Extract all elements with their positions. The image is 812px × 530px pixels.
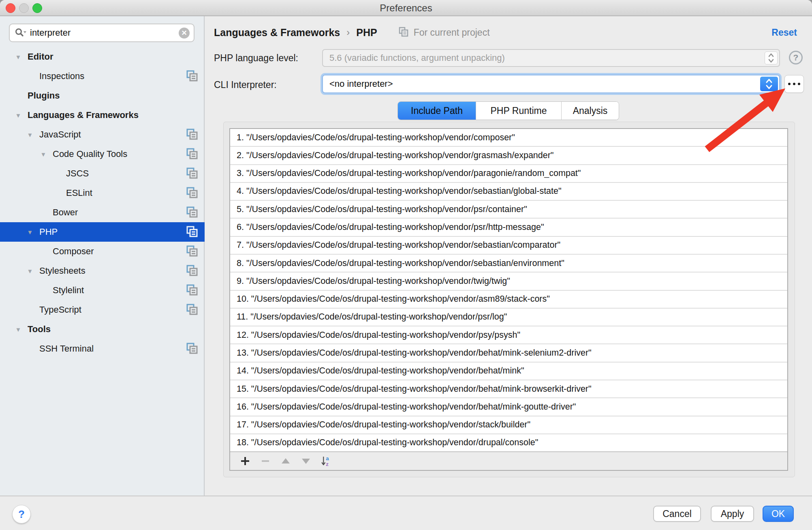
sidebar-item-inspections[interactable]: ▼ Inspections <box>0 67 205 86</box>
chevron-down-icon[interactable]: ▼ <box>14 326 22 333</box>
sidebar-item-code-quality-tools[interactable]: ▼ Code Quality Tools <box>0 144 205 164</box>
settings-search-box[interactable]: ✕ <box>9 24 194 42</box>
search-input[interactable] <box>29 27 179 39</box>
include-path-row[interactable]: 17. "/Users/opdavies/Code/os/drupal-test… <box>230 416 787 434</box>
dialog-footer: ? Cancel Apply OK <box>0 496 812 530</box>
include-path-text: 14. "/Users/opdavies/Code/os/drupal-test… <box>237 366 524 376</box>
shared-settings-icon <box>185 245 199 258</box>
include-path-row[interactable]: 6. "/Users/opdavies/Code/os/drupal-testi… <box>230 219 787 236</box>
include-path-row[interactable]: 13. "/Users/opdavies/Code/os/drupal-test… <box>230 344 787 362</box>
sidebar-item-label: TypeScript <box>39 305 185 315</box>
sidebar-item-label: ESLint <box>66 188 185 198</box>
include-path-text: 11. "/Users/opdavies/Code/os/drupal-test… <box>237 312 507 322</box>
sidebar-item-jscs[interactable]: ▼ JSCS <box>0 164 205 183</box>
shared-settings-icon <box>185 128 199 142</box>
sidebar-item-bower[interactable]: ▼ Bower <box>0 203 205 222</box>
apply-button[interactable]: Apply <box>711 506 754 522</box>
move-down-button[interactable] <box>300 455 312 467</box>
include-path-row[interactable]: 4. "/Users/opdavies/Code/os/drupal-testi… <box>230 183 787 201</box>
scope-indicator: For current project <box>398 26 490 39</box>
include-path-panel: 1. "/Users/opdavies/Code/os/drupal-testi… <box>223 122 795 477</box>
svg-text:z: z <box>326 461 329 467</box>
sidebar-item-label: Stylesheets <box>39 266 185 276</box>
sidebar-item-composer[interactable]: ▼ Composer <box>0 242 205 261</box>
include-path-row[interactable]: 1. "/Users/opdavies/Code/os/drupal-testi… <box>230 129 787 147</box>
remove-path-button[interactable] <box>259 455 271 467</box>
include-path-text: 16. "/Users/opdavies/Code/os/drupal-test… <box>237 402 576 412</box>
shared-settings-icon <box>185 225 199 239</box>
cli-interpreter-value: <no interpreter> <box>329 79 779 89</box>
clear-search-icon[interactable]: ✕ <box>179 28 190 39</box>
help-button[interactable]: ? <box>12 505 31 524</box>
cancel-button[interactable]: Cancel <box>653 506 701 522</box>
include-path-row[interactable]: 14. "/Users/opdavies/Code/os/drupal-test… <box>230 363 787 380</box>
move-up-button[interactable] <box>280 455 292 467</box>
sidebar-item-eslint[interactable]: ▼ ESLint <box>0 183 205 203</box>
stepper-icon[interactable] <box>765 51 778 64</box>
include-path-row[interactable]: 7. "/Users/opdavies/Code/os/drupal-testi… <box>230 237 787 255</box>
include-path-text: 10. "/Users/opdavies/Code/os/drupal-test… <box>237 294 550 304</box>
cli-interpreter-label: CLI Interpreter: <box>214 79 277 90</box>
include-path-row[interactable]: 15. "/Users/opdavies/Code/os/drupal-test… <box>230 380 787 398</box>
sidebar-item-plugins[interactable]: ▼ Plugins <box>0 86 205 105</box>
include-path-row[interactable]: 18. "/Users/opdavies/Code/os/drupal-test… <box>230 434 787 451</box>
add-path-button[interactable] <box>239 455 251 467</box>
include-path-text: 7. "/Users/opdavies/Code/os/drupal-testi… <box>237 240 560 250</box>
chevron-down-icon[interactable]: ▼ <box>26 268 34 275</box>
language-level-dropdown[interactable]: 5.6 (variadic functions, argument unpack… <box>322 49 780 67</box>
include-path-row[interactable]: 5. "/Users/opdavies/Code/os/drupal-testi… <box>230 201 787 219</box>
chevron-down-icon[interactable]: ▼ <box>14 54 22 60</box>
include-path-text: 17. "/Users/opdavies/Code/os/drupal-test… <box>237 420 530 430</box>
sidebar-item-label: Stylelint <box>53 285 185 296</box>
include-path-listbox: 1. "/Users/opdavies/Code/os/drupal-testi… <box>229 128 788 471</box>
include-path-row[interactable]: 2. "/Users/opdavies/Code/os/drupal-testi… <box>230 147 787 165</box>
stepper-icon[interactable] <box>760 77 778 91</box>
include-path-text: 4. "/Users/opdavies/Code/os/drupal-testi… <box>237 186 562 196</box>
include-path-row[interactable]: 11. "/Users/opdavies/Code/os/drupal-test… <box>230 309 787 326</box>
cli-interpreter-combo[interactable]: <no interpreter> <box>322 75 780 93</box>
include-path-row[interactable]: 12. "/Users/opdavies/Code/os/drupal-test… <box>230 326 787 344</box>
sidebar-item-typescript[interactable]: ▼ TypeScript <box>0 300 205 320</box>
breadcrumb-php: PHP <box>356 27 377 39</box>
sidebar-item-editor[interactable]: ▼ Editor <box>0 47 205 67</box>
ellipsis-icon <box>793 83 795 85</box>
sidebar-item-label: Languages & Frameworks <box>28 110 185 120</box>
chevron-down-icon[interactable]: ▼ <box>26 131 34 138</box>
sidebar-item-stylelint[interactable]: ▼ Stylelint <box>0 281 205 300</box>
chevron-down-icon[interactable]: ▼ <box>14 112 22 119</box>
sidebar-item-php[interactable]: ▼ PHP <box>0 222 205 242</box>
sidebar-item-tools[interactable]: ▼ Tools <box>0 320 205 339</box>
reset-link[interactable]: Reset <box>771 25 797 40</box>
settings-tree: ▼ Editor ▼ Inspections ▼ <box>0 47 205 358</box>
include-path-row[interactable]: 9. "/Users/opdavies/Code/os/drupal-testi… <box>230 273 787 290</box>
sidebar-item-ssh-terminal[interactable]: ▼ SSH Terminal <box>0 339 205 358</box>
shared-settings-icon <box>185 69 199 83</box>
sort-alphabetically-button[interactable]: a z <box>320 455 332 467</box>
tab-analysis[interactable]: Analysis <box>562 102 619 120</box>
tab-include-path[interactable]: Include Path <box>398 102 476 120</box>
sidebar-item-label: Composer <box>53 246 185 257</box>
context-help-icon[interactable]: ? <box>789 51 803 64</box>
include-path-row[interactable]: 3. "/Users/opdavies/Code/os/drupal-testi… <box>230 165 787 183</box>
shared-settings-icon <box>185 167 199 180</box>
include-path-list: 1. "/Users/opdavies/Code/os/drupal-testi… <box>230 129 787 451</box>
chevron-down-icon[interactable]: ▼ <box>26 229 34 236</box>
settings-sidebar: ✕ ▼ Editor ▼ Inspections <box>0 16 205 496</box>
include-path-text: 12. "/Users/opdavies/Code/os/drupal-test… <box>237 330 520 340</box>
chevron-down-icon[interactable]: ▼ <box>39 151 47 158</box>
sidebar-item-javascript[interactable]: ▼ JavaScript <box>0 125 205 144</box>
browse-interpreters-button[interactable] <box>784 75 804 93</box>
ellipsis-icon <box>788 83 791 85</box>
shared-settings-icon <box>185 342 199 356</box>
include-path-text: 5. "/Users/opdavies/Code/os/drupal-testi… <box>237 204 527 215</box>
ok-button[interactable]: OK <box>763 506 794 522</box>
sidebar-item-stylesheets[interactable]: ▼ Stylesheets <box>0 261 205 281</box>
sidebar-item-languages-frameworks[interactable]: ▼ Languages & Frameworks <box>0 105 205 125</box>
include-path-row[interactable]: 16. "/Users/opdavies/Code/os/drupal-test… <box>230 398 787 416</box>
preferences-window: Preferences ✕ ▼ Editor <box>0 0 812 530</box>
include-path-row[interactable]: 8. "/Users/opdavies/Code/os/drupal-testi… <box>230 255 787 273</box>
tab-php-runtime[interactable]: PHP Runtime <box>476 102 562 120</box>
scope-label: For current project <box>414 27 490 38</box>
sidebar-item-label: Tools <box>28 324 185 335</box>
include-path-row[interactable]: 10. "/Users/opdavies/Code/os/drupal-test… <box>230 291 787 309</box>
